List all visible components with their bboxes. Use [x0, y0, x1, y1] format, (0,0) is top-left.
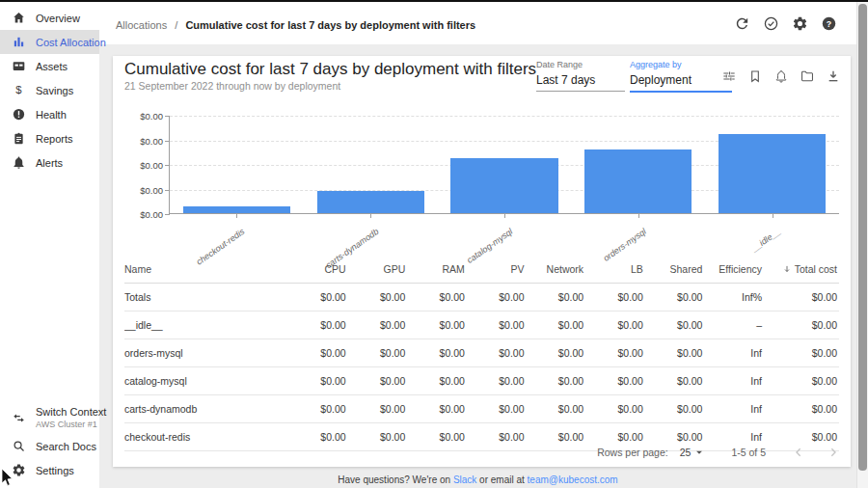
sidebar-item-search-docs[interactable]: Search Docs — [0, 434, 99, 458]
next-page-button[interactable] — [826, 445, 841, 460]
sort-descending-icon — [782, 264, 792, 274]
refresh-icon[interactable] — [734, 15, 750, 32]
help-icon[interactable]: ? — [821, 15, 837, 32]
sidebar-item-text: Settings — [36, 465, 74, 476]
breadcrumb-separator: / — [170, 19, 182, 31]
sidebar-item-switch-context[interactable]: Switch ContextAWS Cluster #1 — [0, 401, 99, 434]
sidebar-item-label: Health — [36, 109, 67, 121]
cell-cpu: $0.00 — [288, 284, 348, 312]
y-axis-tick-label: $0.00 — [140, 209, 163, 220]
sidebar-item-overview[interactable]: Overview — [0, 6, 99, 30]
column-header-cpu[interactable]: CPU — [288, 256, 348, 284]
gear-icon[interactable] — [792, 15, 808, 32]
sidebar-item-alerts[interactable]: Alerts — [0, 150, 99, 175]
aggregate-by-value[interactable]: Deployment — [630, 73, 732, 93]
tune-icon[interactable] — [721, 68, 737, 84]
page-subtitle: 21 September 2022 through now by deploym… — [124, 80, 340, 92]
slack-link[interactable]: Slack — [453, 474, 476, 485]
cell-lb: $0.00 — [585, 395, 645, 423]
cell-lb: $0.00 — [585, 312, 645, 339]
date-range-field[interactable]: Date Range Last 7 days — [536, 60, 625, 92]
sidebar-item-assets[interactable]: Assets — [0, 54, 99, 78]
sidebar-item-cost-allocation[interactable]: Cost Allocation — [0, 30, 99, 54]
cell-total-cost: $0.00 — [764, 395, 839, 423]
sidebar-item-reports[interactable]: Reports — [0, 126, 99, 150]
bar-checkout-redis[interactable] — [183, 206, 290, 213]
sidebar-item-label: Settings — [36, 465, 74, 476]
cell-gpu: $0.00 — [348, 284, 408, 312]
cell-pv: $0.00 — [467, 395, 527, 423]
cell-total-cost: $0.00 — [764, 339, 839, 367]
assets-icon — [12, 59, 26, 73]
rows-per-page-select[interactable]: 25 — [680, 446, 707, 459]
cell-cpu: $0.00 — [288, 367, 348, 395]
bell-outline-icon[interactable] — [773, 68, 789, 84]
sidebar-item-sublabel: AWS Cluster #1 — [36, 420, 106, 429]
swap-arrows-icon — [12, 411, 26, 425]
table-row-catalog-mysql[interactable]: catalog-mysql$0.00$0.00$0.00$0.00$0.00$0… — [124, 367, 839, 395]
dollar-icon: $ — [12, 83, 26, 97]
caret-down-icon — [692, 446, 706, 459]
cell-pv: $0.00 — [467, 312, 527, 339]
rows-per-page-value: 25 — [680, 447, 692, 458]
sidebar-item-text: Reports — [36, 133, 73, 145]
header-actions: ? — [734, 15, 837, 32]
breadcrumb-allocations-link[interactable]: Allocations — [116, 19, 167, 31]
table-row-idle[interactable]: __idle__$0.00$0.00$0.00$0.00$0.00$0.00$0… — [124, 312, 839, 339]
sidebar-item-health[interactable]: Health — [0, 102, 99, 126]
previous-page-button[interactable] — [791, 445, 806, 460]
folder-icon[interactable] — [800, 68, 815, 84]
cell-network: $0.00 — [527, 312, 586, 339]
footer-text-middle: or email at — [476, 474, 527, 485]
download-icon[interactable] — [826, 68, 841, 84]
column-header-gpu[interactable]: GPU — [348, 256, 408, 284]
bar-orders-mysql[interactable] — [584, 149, 692, 213]
column-header-lb[interactable]: LB — [585, 256, 645, 284]
column-header-efficiency[interactable]: Efficiency — [704, 256, 764, 284]
x-axis-tick-label: __idle__ — [750, 227, 783, 254]
table-header-row: NameCPUGPURAMPVNetworkLBSharedEfficiency… — [124, 256, 839, 284]
bar-chart: $0.00$0.00$0.00$0.00$0.00 checkout-redis… — [124, 116, 839, 256]
table-body: Totals$0.00$0.00$0.00$0.00$0.00$0.00$0.0… — [124, 284, 839, 451]
bar-idle[interactable] — [719, 134, 826, 213]
cell-efficiency: Inf — [704, 395, 764, 423]
bookmark-icon[interactable] — [747, 68, 763, 84]
bar-carts-dynamodb[interactable] — [317, 191, 424, 213]
email-link[interactable]: team@kubecost.com — [528, 474, 618, 485]
bar-catalog-mysql[interactable] — [450, 158, 557, 213]
cell-gpu: $0.00 — [348, 367, 408, 395]
column-header-name[interactable]: Name — [124, 256, 288, 284]
y-axis-tick — [165, 214, 170, 215]
cell-total-cost: $0.00 — [764, 284, 839, 312]
date-range-value[interactable]: Last 7 days — [536, 73, 625, 92]
column-header-network[interactable]: Network — [527, 256, 586, 284]
cell-pv: $0.00 — [467, 423, 527, 451]
cell-lb: $0.00 — [585, 339, 645, 367]
cell-ram: $0.00 — [407, 367, 467, 395]
cell-gpu: $0.00 — [348, 339, 408, 367]
check-circle-icon[interactable] — [763, 15, 779, 32]
sidebar-item-savings[interactable]: $Savings — [0, 78, 99, 102]
column-header-pv[interactable]: PV — [467, 256, 527, 284]
sidebar-item-label: Search Docs — [36, 441, 96, 452]
table-row-orders-mysql[interactable]: orders-mysql$0.00$0.00$0.00$0.00$0.00$0.… — [124, 339, 839, 367]
sidebar-nav: OverviewCost AllocationAssets$SavingsHea… — [0, 2, 99, 175]
sidebar-item-settings[interactable]: Settings — [0, 458, 99, 482]
column-header-ram[interactable]: RAM — [407, 256, 467, 284]
column-header-shared[interactable]: Shared — [645, 256, 705, 284]
aggregate-by-field[interactable]: Aggregate by Deployment — [630, 60, 732, 93]
cell-shared: $0.00 — [645, 312, 705, 339]
sidebar-item-text: Cost Allocation — [36, 37, 106, 48]
pagination-range: 1-5 of 5 — [731, 447, 766, 458]
column-header-total-cost[interactable]: Total cost — [764, 256, 839, 284]
cell-ram: $0.00 — [407, 395, 467, 423]
cell-gpu: $0.00 — [348, 395, 408, 423]
cell-network: $0.00 — [527, 284, 586, 312]
scrollbar-thumb[interactable] — [858, 4, 867, 471]
scrollbar-track[interactable] — [856, 2, 868, 488]
table-row-totals[interactable]: Totals$0.00$0.00$0.00$0.00$0.00$0.00$0.0… — [124, 284, 839, 312]
sidebar-item-text: Savings — [36, 85, 73, 96]
table-row-carts-dynamodb[interactable]: carts-dynamodb$0.00$0.00$0.00$0.00$0.00$… — [124, 395, 839, 423]
card-toolbar — [721, 68, 841, 84]
sidebar-item-text: Search Docs — [36, 441, 96, 452]
